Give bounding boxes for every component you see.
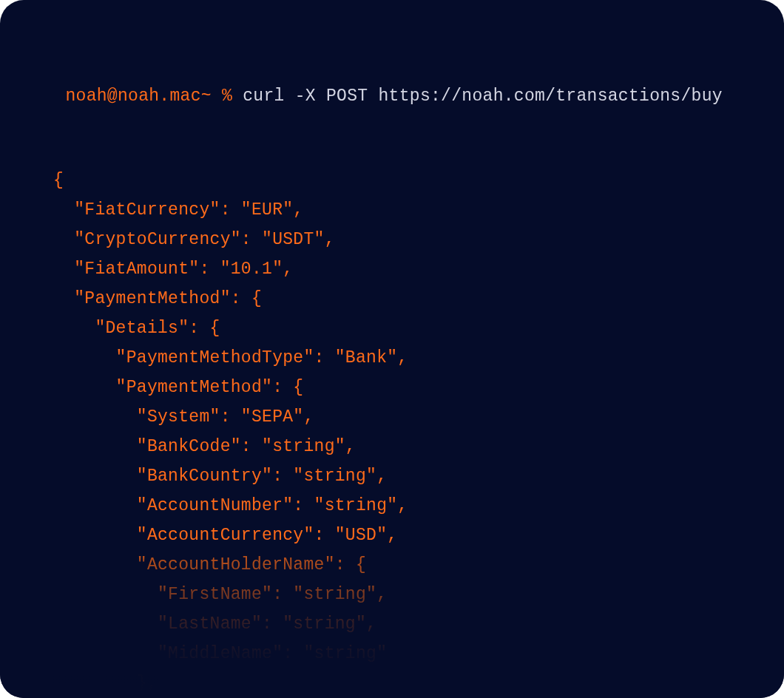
json-output: { "FiatCurrency": "EUR", "CryptoCurrency… (24, 166, 760, 698)
json-line: "BankCountry": "string", (53, 461, 760, 491)
json-line: "AccountCurrency": "USD", (53, 521, 760, 550)
json-line: "FiatCurrency": "EUR", (53, 195, 760, 225)
json-line: }, (53, 668, 760, 698)
json-line: "PaymentMethod": { (53, 284, 760, 314)
json-line: "Details": { (53, 314, 760, 343)
shell-command: curl -X POST https://noah.com/transactio… (243, 87, 723, 106)
json-line: "FiatAmount": "10.1", (53, 254, 760, 284)
json-line: "FirstName": "string", (53, 580, 760, 609)
json-line: { (53, 166, 760, 195)
json-line: "PaymentMethodType": "Bank", (53, 343, 760, 373)
json-line: "LastName": "string", (53, 609, 760, 639)
json-line: "CryptoCurrency": "USDT", (53, 225, 760, 254)
json-line: "AccountNumber": "string", (53, 491, 760, 521)
terminal-window: noah@noah.mac~ % curl -X POST https://no… (0, 0, 784, 698)
json-line: "PaymentMethod": { (53, 373, 760, 402)
shell-prompt: noah@noah.mac~ % (65, 87, 243, 106)
json-line: "AccountHolderName": { (53, 550, 760, 580)
json-line: "MiddleName": "string" (53, 639, 760, 668)
terminal-content[interactable]: noah@noah.mac~ % curl -X POST https://no… (24, 52, 760, 698)
json-line: "BankCode": "string", (53, 432, 760, 461)
json-line: "System": "SEPA", (53, 402, 760, 432)
